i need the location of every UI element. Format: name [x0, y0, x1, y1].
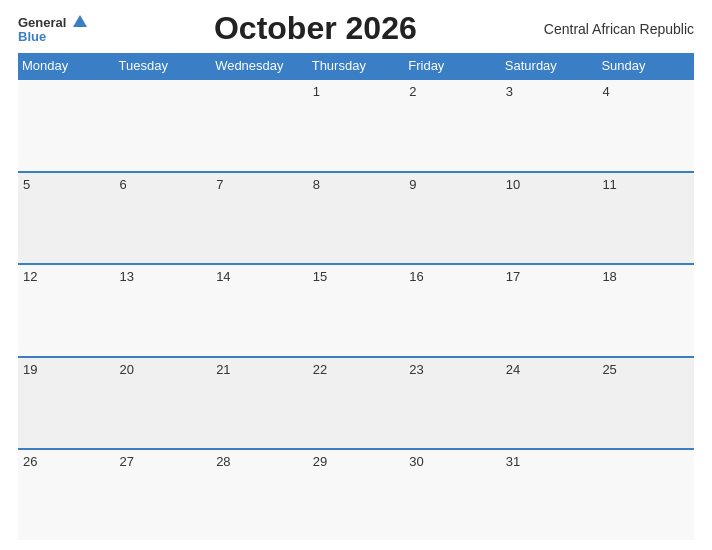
day-number: 4	[602, 84, 609, 99]
day-header-friday: Friday	[404, 53, 501, 79]
day-header-wednesday: Wednesday	[211, 53, 308, 79]
day-number: 29	[313, 454, 327, 469]
calendar-cell: 15	[308, 264, 405, 357]
day-number: 20	[120, 362, 134, 377]
calendar-cell: 17	[501, 264, 598, 357]
calendar-table: MondayTuesdayWednesdayThursdayFridaySatu…	[18, 53, 694, 540]
calendar-cell: 30	[404, 449, 501, 540]
day-number: 24	[506, 362, 520, 377]
calendar-cell	[115, 79, 212, 172]
calendar-week-row: 262728293031	[18, 449, 694, 540]
day-number: 27	[120, 454, 134, 469]
day-number: 6	[120, 177, 127, 192]
calendar-cell: 3	[501, 79, 598, 172]
calendar-cell: 13	[115, 264, 212, 357]
calendar-cell: 8	[308, 172, 405, 265]
calendar-header: MondayTuesdayWednesdayThursdayFridaySatu…	[18, 53, 694, 79]
day-number: 15	[313, 269, 327, 284]
calendar-cell: 24	[501, 357, 598, 450]
calendar-cell: 26	[18, 449, 115, 540]
calendar-cell: 28	[211, 449, 308, 540]
calendar-cell: 12	[18, 264, 115, 357]
calendar-week-row: 12131415161718	[18, 264, 694, 357]
calendar-cell: 9	[404, 172, 501, 265]
day-header-tuesday: Tuesday	[115, 53, 212, 79]
calendar-cell: 29	[308, 449, 405, 540]
day-number: 7	[216, 177, 223, 192]
day-header-row: MondayTuesdayWednesdayThursdayFridaySatu…	[18, 53, 694, 79]
calendar-cell: 10	[501, 172, 598, 265]
calendar-cell	[18, 79, 115, 172]
calendar-cell: 18	[597, 264, 694, 357]
day-number: 26	[23, 454, 37, 469]
day-number: 23	[409, 362, 423, 377]
day-number: 17	[506, 269, 520, 284]
calendar-cell: 25	[597, 357, 694, 450]
country-label: Central African Republic	[544, 21, 694, 37]
calendar-cell: 21	[211, 357, 308, 450]
calendar-cell: 6	[115, 172, 212, 265]
day-header-saturday: Saturday	[501, 53, 598, 79]
day-number: 5	[23, 177, 30, 192]
day-header-thursday: Thursday	[308, 53, 405, 79]
day-number: 1	[313, 84, 320, 99]
day-number: 28	[216, 454, 230, 469]
day-number: 31	[506, 454, 520, 469]
logo: General Blue	[18, 14, 87, 43]
day-number: 11	[602, 177, 616, 192]
calendar-cell: 14	[211, 264, 308, 357]
calendar-cell: 20	[115, 357, 212, 450]
calendar-cell: 1	[308, 79, 405, 172]
calendar-cell: 19	[18, 357, 115, 450]
day-number: 2	[409, 84, 416, 99]
calendar-title: October 2026	[87, 10, 544, 47]
calendar-cell: 2	[404, 79, 501, 172]
day-number: 16	[409, 269, 423, 284]
logo-top-row: General	[18, 14, 87, 30]
day-number: 10	[506, 177, 520, 192]
calendar-cell	[211, 79, 308, 172]
calendar-cell: 23	[404, 357, 501, 450]
day-number: 3	[506, 84, 513, 99]
calendar-cell: 16	[404, 264, 501, 357]
day-number: 18	[602, 269, 616, 284]
calendar-week-row: 567891011	[18, 172, 694, 265]
calendar-cell: 31	[501, 449, 598, 540]
logo-blue-text: Blue	[18, 30, 46, 43]
day-number: 21	[216, 362, 230, 377]
calendar-cell: 4	[597, 79, 694, 172]
day-number: 14	[216, 269, 230, 284]
page-header: General Blue October 2026 Central Africa…	[18, 10, 694, 47]
day-number: 19	[23, 362, 37, 377]
calendar-cell: 22	[308, 357, 405, 450]
calendar-week-row: 1234	[18, 79, 694, 172]
day-header-monday: Monday	[18, 53, 115, 79]
day-number: 30	[409, 454, 423, 469]
day-number: 12	[23, 269, 37, 284]
calendar-week-row: 19202122232425	[18, 357, 694, 450]
day-number: 25	[602, 362, 616, 377]
day-number: 22	[313, 362, 327, 377]
logo-triangle-icon	[73, 15, 87, 27]
day-number: 9	[409, 177, 416, 192]
day-number: 13	[120, 269, 134, 284]
calendar-cell: 7	[211, 172, 308, 265]
calendar-cell: 27	[115, 449, 212, 540]
calendar-cell: 5	[18, 172, 115, 265]
calendar-body: 1234567891011121314151617181920212223242…	[18, 79, 694, 540]
logo-general-text: General	[18, 15, 66, 30]
calendar-cell: 11	[597, 172, 694, 265]
day-header-sunday: Sunday	[597, 53, 694, 79]
day-number: 8	[313, 177, 320, 192]
calendar-cell	[597, 449, 694, 540]
